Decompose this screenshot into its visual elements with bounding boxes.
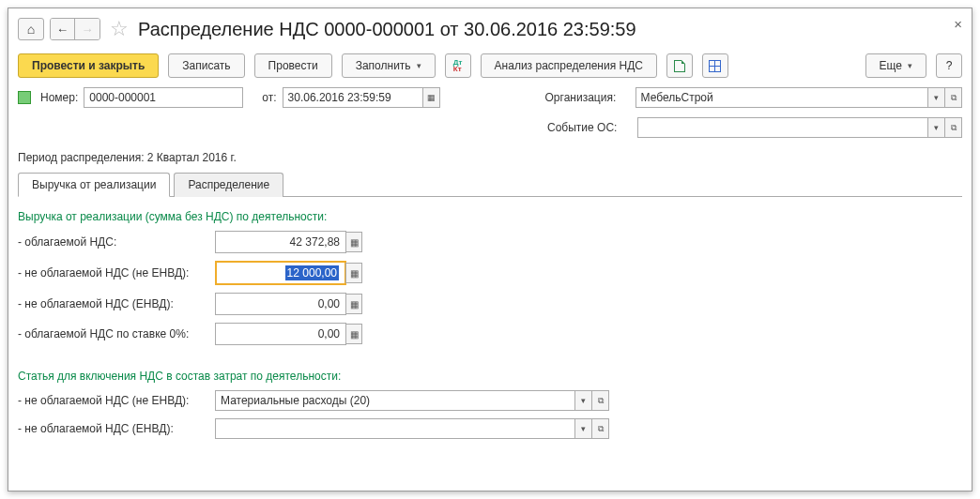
- row-taxable0-label: - облагаемой НДС по ставке 0%:: [18, 327, 215, 340]
- header-row-2: Событие ОС: ▾ ⧉: [18, 117, 962, 138]
- page-title: Распределение НДС 0000-000001 от 30.06.2…: [138, 19, 636, 40]
- dropdown-icon[interactable]: ▾: [928, 87, 945, 108]
- org-label: Организация:: [545, 91, 630, 104]
- dropdown-icon[interactable]: ▾: [928, 117, 945, 138]
- calculator-icon[interactable]: ▦: [345, 263, 362, 283]
- article-nontax-envd: - не облагаемой НДС (ЕНВД): ▾ ⧉: [18, 418, 962, 439]
- article-nontax-noenvd-input[interactable]: Материальные расходы (20) ▾ ⧉: [215, 390, 609, 411]
- row-nontax-envd-input[interactable]: 0,00: [215, 293, 346, 315]
- home-button[interactable]: ⌂: [18, 18, 44, 40]
- window: ⌂ ← → ☆ Распределение НДС 0000-000001 от…: [8, 8, 972, 491]
- calendar-icon[interactable]: ▦: [423, 87, 440, 108]
- analysis-button[interactable]: Анализ распределения НДС: [481, 53, 657, 78]
- favorite-star-icon[interactable]: ☆: [110, 17, 129, 41]
- tab-revenue[interactable]: Выручка от реализации: [18, 173, 170, 197]
- article-nontax-noenvd-label: - не облагаемой НДС (не ЕНВД):: [18, 394, 215, 407]
- tabs: Выручка от реализации Распределение: [18, 172, 962, 197]
- forward-button[interactable]: →: [75, 19, 100, 39]
- row-taxable: - облагаемой НДС: 42 372,88 ▦: [18, 231, 962, 253]
- calculator-icon[interactable]: ▦: [345, 324, 362, 344]
- row-taxable0-input[interactable]: 0,00: [215, 323, 346, 345]
- date-label: от:: [262, 91, 276, 104]
- period-label: Период распределения:: [18, 151, 144, 164]
- row-nontax-envd-label: - не облагаемой НДС (ЕНВД):: [18, 297, 215, 310]
- calculator-icon[interactable]: ▦: [345, 294, 362, 314]
- dropdown-icon[interactable]: ▾: [575, 390, 592, 411]
- row-taxable0: - облагаемой НДС по ставке 0%: 0,00 ▦: [18, 323, 962, 345]
- table-icon: [709, 60, 721, 72]
- post-button[interactable]: Провести: [254, 53, 332, 78]
- event-input[interactable]: ▾ ⧉: [637, 117, 962, 138]
- post-and-close-button[interactable]: Провести и закрыть: [18, 53, 159, 78]
- nav-back-forward: ← →: [50, 18, 100, 40]
- dt-kt-icon: ДтКт: [453, 59, 463, 72]
- period-value: 2 Квартал 2016 г.: [147, 151, 237, 164]
- number-label: Номер:: [40, 91, 78, 104]
- open-icon[interactable]: ⧉: [592, 390, 609, 411]
- dropdown-icon[interactable]: ▾: [575, 418, 592, 439]
- open-icon[interactable]: ⧉: [592, 418, 609, 439]
- row-taxable-input[interactable]: 42 372,88: [215, 231, 346, 253]
- row-nontax-envd: - не облагаемой НДС (ЕНВД): 0,00 ▦: [18, 293, 962, 315]
- toolbar: Провести и закрыть Записать Провести Зап…: [18, 53, 962, 78]
- table-button[interactable]: [702, 53, 728, 78]
- titlebar: ⌂ ← → ☆ Распределение НДС 0000-000001 от…: [18, 14, 962, 44]
- row-taxable-label: - облагаемой НДС:: [18, 235, 215, 249]
- help-button[interactable]: ?: [936, 53, 962, 78]
- back-button[interactable]: ←: [51, 19, 75, 39]
- open-icon[interactable]: ⧉: [945, 117, 962, 138]
- article-nontax-noenvd: - не облагаемой НДС (не ЕНВД): Материаль…: [18, 390, 962, 411]
- section-revenue-title: Выручка от реализации (сумма без НДС) по…: [18, 210, 962, 223]
- open-icon[interactable]: ⧉: [945, 87, 962, 108]
- date-input[interactable]: 30.06.2016 23:59:59 ▦: [283, 87, 440, 108]
- dt-kt-button[interactable]: ДтКт: [445, 53, 471, 78]
- row-nontax-noenvd: - не облагаемой НДС (не ЕНВД): 12 000,00…: [18, 261, 962, 285]
- period-row: Период распределения: 2 Квартал 2016 г.: [18, 151, 962, 164]
- row-nontax-noenvd-label: - не облагаемой НДС (не ЕНВД):: [18, 266, 215, 280]
- article-nontax-envd-label: - не облагаемой НДС (ЕНВД):: [18, 422, 215, 435]
- status-icon: [18, 91, 31, 104]
- report-button[interactable]: [666, 53, 693, 78]
- calculator-icon[interactable]: ▦: [345, 232, 362, 252]
- tab-distribution[interactable]: Распределение: [174, 173, 283, 197]
- article-nontax-envd-input[interactable]: ▾ ⧉: [215, 418, 609, 439]
- save-button[interactable]: Записать: [168, 53, 244, 78]
- row-nontax-noenvd-input[interactable]: 12 000,00: [215, 261, 346, 285]
- section-articles-title: Статья для включения НДС в состав затрат…: [18, 370, 962, 383]
- event-label: Событие ОС:: [547, 121, 632, 134]
- org-input[interactable]: МебельСтрой ▾ ⧉: [635, 87, 962, 108]
- header-row-1: Номер: 0000-000001 от: 30.06.2016 23:59:…: [18, 87, 962, 108]
- fill-button[interactable]: Заполнить: [342, 53, 436, 78]
- more-button[interactable]: Еще: [865, 53, 926, 78]
- document-icon: [674, 60, 685, 72]
- close-icon[interactable]: ×: [954, 16, 962, 32]
- number-input[interactable]: 0000-000001: [84, 87, 243, 108]
